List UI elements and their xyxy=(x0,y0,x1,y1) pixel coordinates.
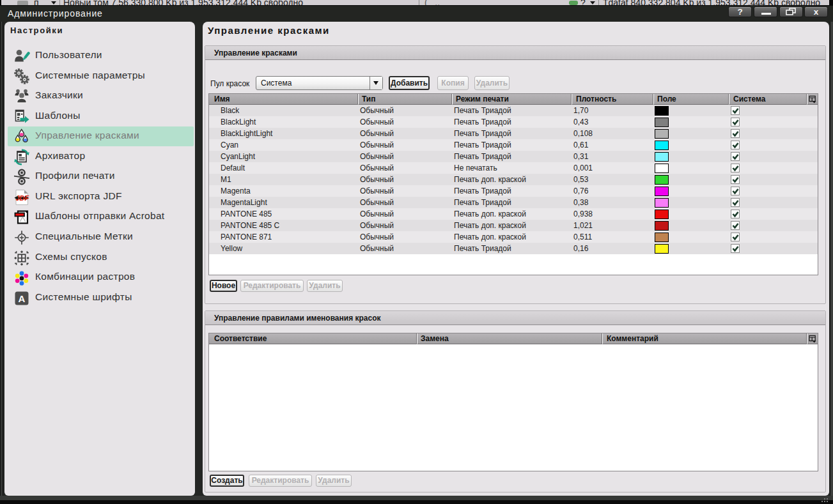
svg-text:JDF: JDF xyxy=(16,194,29,202)
svg-text:A: A xyxy=(19,293,26,304)
